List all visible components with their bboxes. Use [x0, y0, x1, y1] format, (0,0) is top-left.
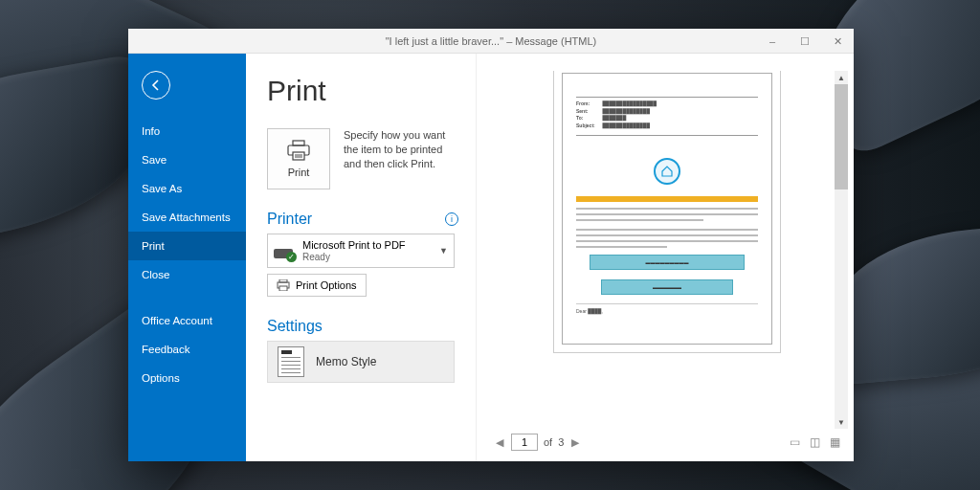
printer-status: Ready	[302, 252, 406, 263]
print-button[interactable]: Print	[267, 128, 330, 189]
preview-viewport: ​ From: ████████████████ Sent: █████████…	[486, 71, 848, 429]
backstage-sidebar: Info Save Save As Save Attachments Print…	[128, 54, 246, 461]
sidebar-item-print[interactable]: Print	[128, 232, 246, 260]
print-preview-panel: ​ From: ████████████████ Sent: █████████…	[476, 54, 854, 461]
one-page-icon[interactable]: ◫	[810, 435, 820, 449]
preview-scrollbar[interactable]: ▲ ▼	[835, 71, 848, 429]
scroll-up-icon[interactable]: ▲	[835, 71, 848, 84]
print-button-label: Print	[288, 167, 310, 178]
printer-name: Microsoft Print to PDF	[302, 239, 406, 252]
sidebar-item-close[interactable]: Close	[128, 260, 246, 289]
prev-page-button[interactable]: ◀	[494, 436, 505, 449]
sidebar-item-info[interactable]: Info	[128, 117, 246, 145]
printer-icon	[286, 140, 311, 161]
print-options-icon	[277, 279, 290, 291]
printer-status-icon: ✓	[274, 241, 295, 260]
printer-dropdown[interactable]: ✓ Microsoft Print to PDF Ready ▼	[267, 234, 455, 268]
actual-size-icon[interactable]: ▭	[790, 435, 800, 449]
svg-rect-7	[279, 286, 287, 291]
sidebar-item-options[interactable]: Options	[128, 364, 246, 392]
print-style-label: Memo Style	[316, 355, 376, 368]
settings-section-header: Settings	[267, 318, 458, 335]
main-area: Print Print	[246, 54, 854, 461]
page-title: Print	[267, 75, 458, 107]
home-icon	[654, 158, 680, 185]
sidebar-item-save-as[interactable]: Save As	[128, 174, 246, 203]
window-title: "I left just a little braver..." – Messa…	[386, 35, 597, 47]
memo-style-icon	[278, 346, 304, 377]
info-icon[interactable]: i	[445, 212, 458, 226]
printer-section-header: Printer i	[267, 211, 458, 228]
sidebar-item-feedback[interactable]: Feedback	[128, 335, 246, 364]
page-navigator: ◀ of 3 ▶	[494, 434, 581, 451]
sidebar-item-save[interactable]: Save	[128, 145, 246, 174]
svg-rect-2	[293, 152, 304, 160]
of-label: of	[544, 436, 552, 448]
sidebar-item-save-attachments[interactable]: Save Attachments	[128, 203, 246, 232]
sidebar-item-office-account[interactable]: Office Account	[128, 306, 246, 335]
page-preview: ​ From: ████████████████ Sent: █████████…	[562, 73, 772, 345]
next-page-button[interactable]: ▶	[569, 436, 581, 449]
zoom-controls: ▭ ◫ ▦	[790, 435, 840, 449]
close-button[interactable]: ✕	[821, 29, 854, 54]
back-button[interactable]	[142, 71, 170, 100]
scroll-thumb[interactable]	[835, 84, 848, 189]
print-settings-panel: Print Print	[246, 54, 476, 461]
multi-page-icon[interactable]: ▦	[830, 435, 840, 449]
print-help-text: Specify how you want the item to be prin…	[344, 128, 458, 171]
svg-rect-0	[293, 141, 304, 145]
scroll-down-icon[interactable]: ▼	[835, 415, 848, 429]
page-number-input[interactable]	[511, 434, 538, 451]
chevron-down-icon: ▼	[439, 246, 448, 256]
print-options-button[interactable]: Print Options	[267, 274, 367, 297]
maximize-button[interactable]: ☐	[789, 29, 821, 54]
print-style-selector[interactable]: Memo Style	[267, 341, 455, 383]
titlebar: "I left just a little braver..." – Messa…	[128, 29, 854, 54]
outlook-print-window: "I left just a little braver..." – Messa…	[128, 29, 854, 461]
minimize-button[interactable]: –	[756, 29, 789, 54]
preview-footer: ◀ of 3 ▶ ▭ ◫ ▦	[486, 429, 848, 456]
total-pages: 3	[558, 436, 564, 448]
window-controls: – ☐ ✕	[756, 29, 854, 54]
